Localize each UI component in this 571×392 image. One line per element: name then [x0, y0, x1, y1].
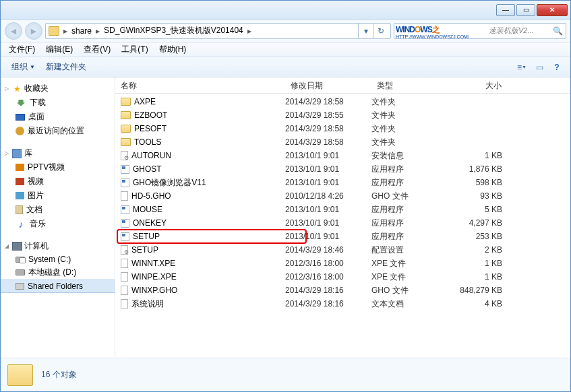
col-size[interactable]: 大小	[442, 77, 522, 93]
file-type: GHO 文件	[371, 285, 442, 296]
file-date: 2013/10/1 9:01	[285, 151, 371, 160]
file-date: 2014/3/29 18:16	[285, 299, 371, 308]
menu-bar: 文件(F) 编辑(E) 查看(V) 工具(T) 帮助(H)	[1, 42, 570, 57]
sidebar-pptv[interactable]: PPTV视频	[1, 160, 115, 174]
new-folder-button[interactable]: 新建文件夹	[40, 59, 92, 75]
file-row[interactable]: PESOFT2014/3/29 18:58文件夹	[115, 122, 570, 135]
sidebar-music[interactable]: ♪音乐	[1, 217, 115, 231]
sidebar-documents[interactable]: 文档	[1, 203, 115, 217]
file-size: 4,297 KB	[442, 218, 522, 228]
folder-icon	[121, 138, 131, 146]
menu-help[interactable]: 帮助(H)	[154, 42, 192, 57]
status-text: 16 个对象	[41, 369, 77, 381]
file-row[interactable]: EZBOOT2014/3/29 18:55文件夹	[115, 108, 570, 122]
file-name: HD-5.GHO	[131, 191, 171, 201]
status-bar: 16 个对象	[1, 358, 570, 391]
menu-edit[interactable]: 编辑(E)	[40, 42, 78, 57]
nav-bar: ◄ ► ▸ share ▸ SD_GWinXPSP3_快速装机版V201404 …	[1, 20, 570, 42]
file-row[interactable]: GHO镜像浏览器V112013/10/1 9:01应用程序598 KB	[115, 176, 570, 189]
file-row[interactable]: 系统说明2014/3/29 18:16文本文档4 KB	[115, 297, 570, 311]
breadcrumb-sep[interactable]: ▸	[62, 26, 69, 36]
file-type: XPE 文件	[371, 258, 442, 269]
sidebar-favorites[interactable]: ▷★ 收藏夹	[1, 81, 115, 96]
exe-icon	[121, 165, 129, 174]
file-row[interactable]: AXPE2014/3/29 18:58文件夹	[115, 95, 570, 108]
sidebar-pictures[interactable]: 图片	[1, 189, 115, 203]
file-size: 1 KB	[442, 272, 522, 282]
breadcrumb-sep[interactable]: ▸	[94, 26, 101, 36]
refresh-icon[interactable]: ↻	[373, 24, 388, 38]
sidebar-libraries[interactable]: ▷ 库	[1, 146, 115, 160]
dropdown-icon[interactable]: ▾	[358, 24, 373, 38]
maximize-button[interactable]: ▭	[516, 4, 535, 16]
col-type[interactable]: 类型	[371, 77, 442, 93]
organize-button[interactable]: 组织▼	[6, 59, 40, 75]
file-row[interactable]: WINNT.XPE2012/3/16 18:00XPE 文件1 KB	[115, 257, 570, 270]
sidebar-downloads[interactable]: 下载	[1, 96, 115, 110]
sidebar-video[interactable]: 视频	[1, 174, 115, 189]
breadcrumb-share[interactable]: share	[69, 26, 94, 36]
sidebar-desktop[interactable]: 桌面	[1, 110, 115, 124]
file-row[interactable]: SETUP2014/3/29 18:46配置设置2 KB	[115, 243, 570, 257]
file-type: 安装信息	[371, 150, 442, 162]
file-type: XPE 文件	[371, 271, 442, 283]
file-row[interactable]: HD-5.GHO2010/12/18 4:26GHO 文件93 KB	[115, 189, 570, 203]
preview-pane-button[interactable]: ▭	[531, 60, 547, 75]
file-row[interactable]: AUTORUN2013/10/1 9:01安装信息1 KB	[115, 149, 570, 162]
file-name: EZBOOT	[134, 110, 167, 120]
file-type: 文件夹	[371, 137, 442, 148]
file-type: 应用程序	[371, 164, 442, 175]
breadcrumb-folder[interactable]: SD_GWinXPSP3_快速装机版V201404	[101, 25, 246, 36]
file-date: 2012/3/16 18:00	[285, 259, 371, 268]
file-date: 2013/10/1 9:01	[285, 218, 371, 228]
column-headers: 名称 修改日期 类型 大小	[115, 77, 570, 94]
sidebar-recent[interactable]: 最近访问的位置	[1, 124, 115, 138]
minimize-button[interactable]: —	[496, 4, 515, 16]
file-row[interactable]: TOOLS2014/3/29 18:58文件夹	[115, 135, 570, 149]
exe-icon	[121, 178, 129, 187]
file-name: SETUP	[131, 245, 158, 255]
sidebar-drive-c[interactable]: System (C:)	[1, 253, 115, 265]
search-placeholder: 速装机版V2...	[489, 26, 534, 36]
folder-icon	[7, 364, 33, 386]
menu-tools[interactable]: 工具(T)	[116, 42, 153, 57]
file-type: 文件夹	[371, 110, 442, 121]
view-options-button[interactable]: ≡ ▼	[514, 60, 530, 75]
address-bar[interactable]: ▸ share ▸ SD_GWinXPSP3_快速装机版V201404 ▸ ▾ …	[45, 23, 391, 39]
file-row[interactable]: SETUP2013/10/1 9:01应用程序253 KB	[115, 230, 570, 243]
file-type: GHO 文件	[371, 191, 442, 202]
file-name: MOUSE	[133, 205, 162, 214]
file-row[interactable]: WINXP.GHO2014/3/29 18:16GHO 文件848,279 KB	[115, 284, 570, 297]
file-date: 2012/3/16 18:00	[285, 272, 371, 282]
search-icon[interactable]: 🔍	[553, 26, 563, 36]
file-name: AXPE	[134, 97, 156, 106]
sidebar-shared-folders[interactable]: Shared Folders	[1, 280, 115, 293]
file-name: PESOFT	[134, 124, 167, 133]
breadcrumb-sep[interactable]: ▸	[246, 26, 253, 36]
file-list[interactable]: AXPE2014/3/29 18:58文件夹EZBOOT2014/3/29 18…	[115, 94, 570, 358]
file-type: 应用程序	[371, 231, 442, 242]
back-button[interactable]: ◄	[5, 22, 22, 40]
menu-file[interactable]: 文件(F)	[3, 42, 40, 57]
file-type: 文件夹	[371, 96, 442, 108]
file-size: 2 KB	[442, 245, 522, 255]
sidebar-drive-d[interactable]: 本地磁盘 (D:)	[1, 265, 115, 280]
menu-view[interactable]: 查看(V)	[78, 42, 116, 57]
forward-button[interactable]: ►	[25, 22, 42, 40]
help-button[interactable]: ?	[549, 60, 565, 75]
file-row[interactable]: GHOST2013/10/1 9:01应用程序1,876 KB	[115, 162, 570, 176]
file-row[interactable]: WINPE.XPE2012/3/16 18:00XPE 文件1 KB	[115, 270, 570, 284]
col-date[interactable]: 修改日期	[285, 77, 371, 93]
file-row[interactable]: ONEKEY2013/10/1 9:01应用程序4,297 KB	[115, 216, 570, 230]
search-box[interactable]: WINDOWS之 HTTP://WWW.WINDOWSZJ.COM/ 速装机版V…	[394, 23, 566, 39]
ini-icon	[121, 245, 128, 255]
close-button[interactable]: ✕	[537, 4, 568, 16]
sidebar-computer[interactable]: ◢ 计算机	[1, 239, 115, 253]
exe-icon	[121, 205, 129, 214]
file-icon	[121, 286, 128, 295]
file-row[interactable]: MOUSE2013/10/1 9:01应用程序5 KB	[115, 203, 570, 216]
file-size: 1,876 KB	[442, 164, 522, 174]
watermark-url: HTTP://WWW.WINDOWSZJ.COM/	[396, 34, 469, 39]
file-date: 2013/10/1 9:01	[285, 178, 371, 187]
col-name[interactable]: 名称	[115, 77, 285, 93]
